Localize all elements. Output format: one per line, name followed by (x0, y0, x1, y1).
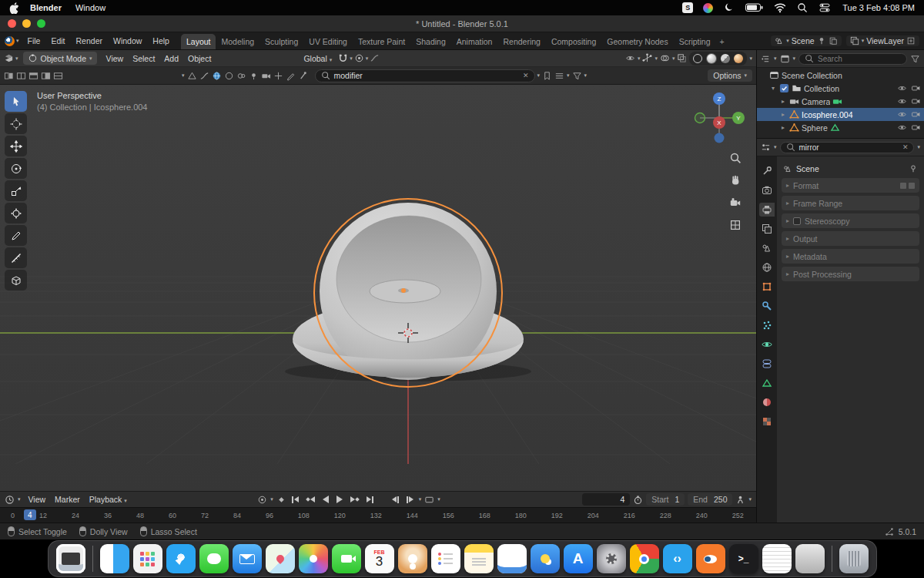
editor-type-caret[interactable]: ▾ (15, 55, 18, 62)
outliner-filter-icon[interactable] (910, 54, 920, 64)
dock-app-safari[interactable] (166, 544, 196, 573)
outliner-display-caret[interactable]: ▾ (793, 55, 796, 62)
filter-armature-icon[interactable] (298, 71, 308, 81)
control-center-icon[interactable] (819, 2, 831, 13)
previous-keyframe-button[interactable] (304, 496, 317, 503)
tool-cursor-button[interactable] (5, 113, 27, 134)
outliner-row-sphere[interactable]: ▸Sphere (757, 121, 924, 134)
falloff-icon[interactable] (370, 53, 380, 63)
filter-empty-icon[interactable] (273, 71, 283, 81)
keying-set-icon[interactable] (257, 495, 267, 505)
outliner-editor-caret[interactable]: ▾ (774, 55, 777, 62)
filter-surface-icon[interactable] (224, 71, 234, 81)
timeline-editor-caret[interactable]: ▾ (18, 496, 21, 502)
workspace-tab-modeling[interactable]: Modeling (216, 34, 259, 49)
minimize-window-button[interactable] (22, 19, 31, 28)
blender-logo-menu[interactable]: ▾ (5, 36, 19, 46)
dock-app-photos[interactable] (299, 544, 328, 573)
gizmos-icon[interactable] (642, 53, 652, 63)
snap-magnet-icon[interactable] (338, 53, 348, 63)
xray-toggle-icon[interactable] (677, 53, 687, 63)
view-option-icon-4[interactable] (41, 71, 51, 81)
workspace-tab-rendering[interactable]: Rendering (497, 34, 545, 49)
viewport-menu-object[interactable]: Object (183, 52, 216, 65)
playhead[interactable]: 4 (24, 509, 36, 520)
properties-filter-caret[interactable]: ▾ (917, 144, 920, 150)
properties-tab-object[interactable] (759, 280, 775, 294)
overlays-caret[interactable]: ▾ (672, 55, 675, 62)
dock-app-textedit[interactable] (762, 544, 792, 573)
wifi-icon[interactable] (774, 2, 786, 13)
workspace-tab-animation[interactable]: Animation (451, 34, 498, 49)
dock-app-settings[interactable] (597, 544, 626, 573)
dock-app-window-preview[interactable] (56, 544, 85, 573)
properties-tab-scene[interactable] (759, 241, 775, 255)
frame-forward-button[interactable] (404, 496, 416, 504)
dock-app-trash[interactable] (839, 544, 869, 573)
properties-tab-world[interactable] (759, 260, 775, 274)
workspace-tab-layout[interactable]: Layout (181, 34, 216, 49)
scene-selector[interactable]: ▾ Scene (771, 35, 841, 46)
section-metadata[interactable]: ▸Metadata (782, 249, 919, 264)
section-post-processing[interactable]: ▸Post Processing (782, 267, 919, 281)
tool-transform-button[interactable] (5, 203, 27, 223)
menu-edit[interactable]: Edit (45, 35, 70, 47)
proportional-edit-icon[interactable] (354, 53, 364, 63)
color-app-icon[interactable] (703, 3, 713, 13)
workspace-tab-texture-paint[interactable]: Texture Paint (353, 34, 410, 49)
hide-in-viewport-icon[interactable] (897, 109, 907, 119)
filter-funnel-icon[interactable] (572, 71, 582, 81)
display-settings-caret[interactable]: ▾ (567, 72, 570, 79)
tool-rotate-button[interactable] (5, 158, 27, 179)
orientation-selector[interactable]: Global ▾ (299, 52, 336, 65)
search-options-caret[interactable]: ▾ (537, 72, 541, 79)
tool-move-button[interactable] (5, 136, 27, 156)
editor-type-icon[interactable] (4, 53, 14, 63)
dock-app-maps[interactable] (266, 544, 295, 573)
disable-in-render-icon[interactable] (911, 83, 921, 93)
properties-tab-texture[interactable] (759, 415, 775, 428)
tool-tweak-select-button[interactable] (5, 91, 27, 112)
view-option-icon-5[interactable] (53, 71, 63, 81)
expand-icon[interactable]: ▾ (769, 85, 777, 92)
dock-app-facetime[interactable] (332, 544, 361, 573)
visibility-caret[interactable]: ▾ (638, 55, 641, 62)
properties-tab-data[interactable] (759, 376, 775, 390)
filter-light-icon[interactable] (249, 71, 259, 81)
properties-search-input[interactable]: mirror ✕ (780, 142, 915, 153)
viewport-search-input[interactable]: modifier ✕ (315, 69, 535, 82)
clear-search-icon[interactable]: ✕ (523, 72, 529, 79)
dock-app-messages[interactable] (199, 544, 229, 573)
playback-sync-icon[interactable] (735, 495, 745, 505)
dock-app-freeform[interactable] (497, 544, 527, 573)
dock-app-blender[interactable] (696, 544, 725, 573)
section-stereoscopy[interactable]: ▸Stereoscopy (782, 213, 919, 228)
menu-help[interactable]: Help (147, 35, 175, 47)
dock-app-notes[interactable] (464, 544, 494, 573)
workspace-tab-compositing[interactable]: Compositing (546, 34, 601, 49)
end-frame-field[interactable]: End250 (688, 493, 732, 506)
auto-key-icon[interactable] (633, 495, 643, 505)
properties-tab-particles[interactable] (759, 318, 775, 332)
viewlayer-selector[interactable]: ▾ ViewLayer (846, 35, 919, 46)
macos-app-menu[interactable]: Blender (30, 3, 62, 12)
close-window-button[interactable] (8, 19, 16, 28)
filter-funnel-caret[interactable]: ▾ (584, 72, 588, 79)
section-checkbox[interactable] (793, 217, 801, 225)
expand-icon[interactable]: ▸ (779, 111, 787, 118)
view-option-icon-3[interactable] (28, 71, 38, 81)
spotlight-search-icon[interactable] (796, 2, 808, 13)
outliner-display-mode-icon[interactable] (780, 54, 790, 64)
zoom-window-button[interactable] (37, 19, 45, 28)
show-visibility-icon[interactable] (625, 53, 635, 63)
zoom-icon[interactable] (727, 150, 744, 166)
filter-curve-icon[interactable] (199, 71, 209, 81)
options-button[interactable]: Options▾ (708, 69, 752, 82)
dock-app-launchpad[interactable] (133, 544, 162, 573)
shading-wireframe-icon[interactable] (693, 54, 702, 63)
outliner-row-scene-collection[interactable]: Scene Collection (757, 69, 924, 82)
start-frame-field[interactable]: Start1 (646, 493, 685, 506)
macos-window-menu[interactable]: Window (75, 3, 105, 12)
preview-range-icon[interactable] (424, 495, 434, 505)
shading-material-icon[interactable] (721, 54, 730, 63)
